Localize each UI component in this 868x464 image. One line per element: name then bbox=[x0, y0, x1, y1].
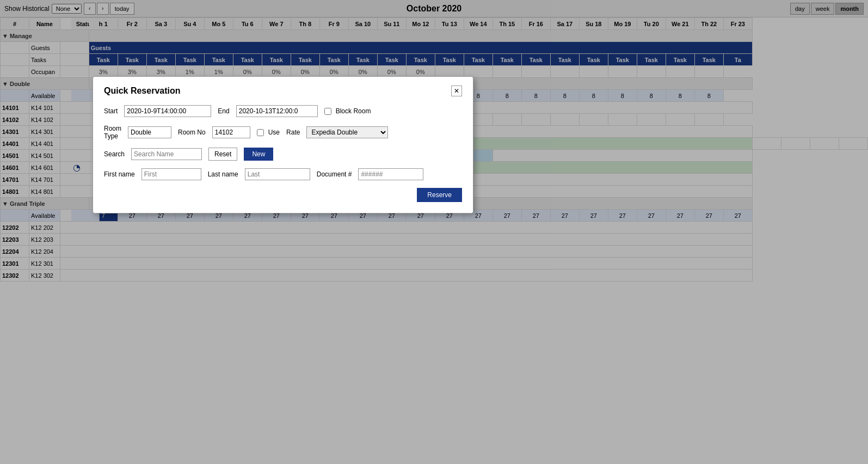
use-label: Use bbox=[268, 129, 280, 136]
start-label: Start bbox=[104, 107, 118, 115]
end-label: End bbox=[218, 107, 229, 115]
modal-row-1: Start End Block Room bbox=[104, 105, 462, 117]
last-name-input[interactable] bbox=[245, 168, 310, 180]
use-checkbox[interactable] bbox=[257, 129, 264, 136]
modal-overlay[interactable]: Quick Reservation ✕ Start End Block Room… bbox=[0, 0, 868, 464]
start-input[interactable] bbox=[124, 105, 211, 117]
room-no-label: Room No bbox=[178, 129, 206, 136]
end-input[interactable] bbox=[236, 105, 318, 117]
reserve-button[interactable]: Reserve bbox=[417, 188, 462, 202]
block-room-label: Block Room bbox=[336, 107, 371, 115]
reset-button[interactable]: Reset bbox=[208, 148, 237, 161]
room-type-label: RoomType bbox=[104, 125, 121, 140]
modal-title: Quick Reservation bbox=[104, 86, 181, 96]
block-room-label-container: Block Room bbox=[324, 107, 371, 115]
modal-bottom: Reserve bbox=[104, 188, 462, 202]
block-room-checkbox[interactable] bbox=[324, 108, 331, 115]
modal-row-3: Search Reset New bbox=[104, 148, 462, 161]
use-label-container: Use bbox=[257, 129, 280, 136]
document-input[interactable] bbox=[358, 168, 423, 180]
last-name-label: Last name bbox=[208, 170, 238, 178]
quick-reservation-modal: Quick Reservation ✕ Start End Block Room… bbox=[93, 76, 473, 213]
new-button[interactable]: New bbox=[244, 148, 273, 161]
first-name-input[interactable] bbox=[141, 168, 201, 180]
first-name-label: First name bbox=[104, 170, 135, 178]
modal-header: Quick Reservation ✕ bbox=[104, 86, 462, 96]
room-type-input[interactable] bbox=[128, 126, 171, 138]
search-input[interactable] bbox=[131, 148, 202, 160]
modal-row-2: RoomType Room No Use Rate Expedia Double… bbox=[104, 125, 462, 140]
rate-select[interactable]: Expedia Double Standard Group bbox=[306, 126, 388, 138]
rate-label: Rate bbox=[286, 129, 300, 136]
modal-close-button[interactable]: ✕ bbox=[451, 86, 462, 96]
modal-row-4: First name Last name Document # bbox=[104, 168, 462, 180]
document-label: Document # bbox=[317, 170, 352, 178]
search-label: Search bbox=[104, 150, 125, 158]
room-no-input[interactable] bbox=[212, 126, 250, 138]
